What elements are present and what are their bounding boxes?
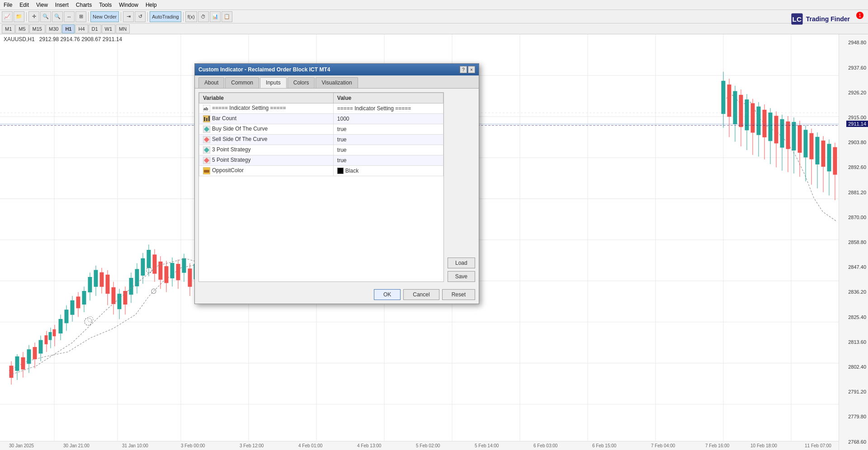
table-row[interactable]: 3 Point Strategytrue [199, 145, 443, 155]
open-btn[interactable]: 📁 [14, 11, 24, 22]
line-btn[interactable]: 📊 [210, 11, 221, 22]
price-label: 2948.80 [848, 40, 866, 45]
table-row[interactable]: Sell Side Of The Curvetrue [199, 135, 443, 145]
date-label: 7 Feb 04:00 [651, 443, 675, 448]
svg-rect-39 [49, 333, 52, 340]
col-value: Value [333, 93, 443, 103]
table-row[interactable]: ab===== Indicator Setting ========== Ind… [199, 103, 443, 114]
svg-rect-157 [786, 122, 790, 149]
date-label: 7 Feb 16:00 [705, 443, 729, 448]
svg-point-174 [85, 318, 92, 325]
menu-insert[interactable]: Insert [52, 1, 72, 9]
tab-inputs[interactable]: Inputs [260, 77, 287, 88]
new-chart-btn[interactable]: 📈 [2, 11, 13, 22]
reset-button[interactable]: Reset [442, 289, 475, 300]
tab-common[interactable]: Common [225, 77, 259, 88]
period-btn[interactable]: ⏱ [198, 11, 209, 22]
price-label: 2813.60 [848, 339, 866, 345]
dialog-help-btn[interactable]: ? [460, 66, 467, 73]
tf-d1[interactable]: D1 [89, 24, 101, 33]
scroll-btn[interactable]: ↔ [64, 11, 75, 22]
date-label: 5 Feb 14:00 [475, 443, 499, 448]
svg-rect-63 [118, 294, 121, 309]
new-order-btn[interactable]: New Order [90, 11, 119, 22]
table-row[interactable]: Bar Count1000 [199, 114, 443, 124]
price-labels: 2948.802937.602926.202915.002903.802892.… [839, 34, 868, 450]
price-label: 2881.20 [848, 190, 866, 195]
tf-w1[interactable]: W1 [102, 24, 116, 33]
tf-h4[interactable]: H4 [75, 24, 88, 33]
svg-rect-167 [816, 137, 819, 164]
price-label: 2836.20 [848, 289, 866, 295]
tab-visualization[interactable]: Visualization [316, 77, 358, 88]
tf-mn[interactable]: MN [116, 24, 130, 33]
menu-file[interactable]: File [0, 1, 16, 9]
param-value-cell: true [333, 124, 443, 135]
price-label: 2892.60 [848, 164, 866, 170]
col-variable: Variable [199, 93, 334, 103]
tf-m1[interactable]: M1 [2, 24, 15, 33]
svg-rect-151 [769, 113, 772, 141]
params-table: Variable Value ab===== Indicator Setting… [199, 93, 443, 176]
tf-m15[interactable]: M15 [29, 24, 45, 33]
tf-m30[interactable]: M30 [46, 24, 61, 33]
cancel-button[interactable]: Cancel [403, 289, 439, 300]
notification-badge[interactable]: 1 [856, 12, 863, 19]
price-label: 2870.00 [848, 215, 866, 220]
zoom-out-btn[interactable]: 🔍 [52, 11, 63, 22]
tf-h1[interactable]: H1 [62, 24, 75, 33]
menu-window[interactable]: Window [115, 1, 142, 9]
param-value-cell: true [333, 145, 443, 155]
zoom-in-btn[interactable]: 🔍 [40, 11, 51, 22]
table-row[interactable]: 5 Point Strategytrue [199, 155, 443, 166]
params-table-container[interactable]: Variable Value ab===== Indicator Setting… [198, 92, 444, 282]
svg-point-22 [88, 316, 93, 322]
svg-rect-67 [129, 278, 133, 295]
date-label: 3 Feb 12:00 [240, 443, 264, 448]
autotrading-btn[interactable]: AutoTrading [150, 11, 181, 22]
param-variable-cell: ab===== Indicator Setting ===== [199, 103, 334, 114]
row-icon-arrow [203, 136, 210, 143]
param-variable-cell: 3 Point Strategy [199, 145, 334, 155]
toolbar: 📈 📁 ✛ 🔍 🔍 ↔ ⊞ New Order ⇥ ↺ AutoTrading … [0, 10, 868, 23]
sep4 [147, 12, 148, 21]
svg-point-175 [146, 267, 152, 273]
chart-symbol: XAUUSD,H1 [4, 36, 35, 42]
menu-tools[interactable]: Tools [95, 1, 115, 9]
date-label: 6 Feb 15:00 [592, 443, 616, 448]
svg-rect-25 [9, 366, 13, 378]
sep3 [121, 12, 121, 21]
auto-scroll-btn[interactable]: ↺ [135, 11, 146, 22]
date-label: 4 Feb 13:00 [357, 443, 381, 448]
date-label: 5 Feb 02:00 [416, 443, 440, 448]
menu-view[interactable]: View [33, 1, 52, 9]
tab-colors[interactable]: Colors [288, 77, 315, 88]
menu-help[interactable]: Help [142, 1, 160, 9]
svg-rect-81 [170, 263, 174, 278]
save-button[interactable]: Save [448, 271, 475, 282]
table-row[interactable]: Buy Side Of The Curvetrue [199, 124, 443, 135]
svg-rect-165 [810, 133, 813, 159]
side-buttons: Load Save [448, 92, 475, 282]
tf-m5[interactable]: M5 [15, 24, 28, 33]
indicator-dialog[interactable]: Custom Indicator - Reclaimed Order Block… [194, 63, 479, 304]
tab-about[interactable]: About [198, 77, 224, 88]
svg-rect-159 [792, 122, 796, 150]
svg-rect-85 [182, 258, 186, 272]
svg-rect-45 [65, 310, 68, 323]
svg-rect-49 [76, 297, 80, 308]
menu-charts[interactable]: Charts [72, 1, 95, 9]
svg-rect-77 [159, 262, 162, 279]
ok-button[interactable]: OK [374, 289, 401, 300]
dialog-close-btn[interactable]: × [468, 66, 475, 73]
template-btn[interactable]: 📋 [222, 11, 232, 22]
chart-shift-btn[interactable]: ⇥ [123, 11, 134, 22]
table-row[interactable]: OppositColorBlack [199, 166, 443, 176]
indicators-btn[interactable]: f(x) [185, 11, 197, 22]
period-sep-btn[interactable]: ⊞ [75, 11, 86, 22]
param-variable-cell: Buy Side Of The Curve [199, 124, 334, 135]
svg-rect-43 [59, 319, 62, 333]
load-button[interactable]: Load [448, 258, 475, 268]
crosshair-btn[interactable]: ✛ [28, 11, 39, 22]
menu-edit[interactable]: Edit [16, 1, 33, 9]
